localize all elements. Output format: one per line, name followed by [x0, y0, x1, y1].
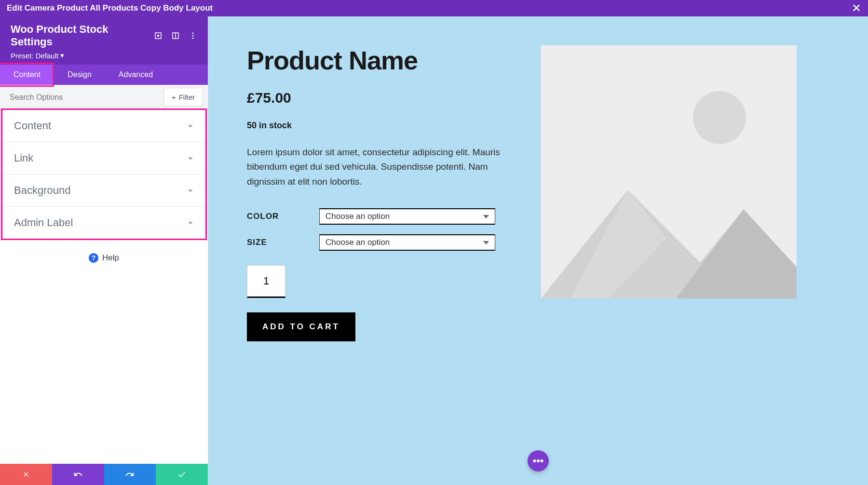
- stock-status: 50 in stock: [247, 121, 512, 131]
- floating-action-button[interactable]: •••: [528, 450, 549, 472]
- dropdown-icon: [483, 215, 489, 218]
- svg-point-1: [158, 35, 159, 37]
- product-image-placeholder: [541, 45, 797, 298]
- section-background[interactable]: Background: [2, 175, 205, 207]
- top-bar: Edit Camera Product All Products Copy Bo…: [0, 0, 868, 16]
- dropdown-icon: [483, 241, 489, 244]
- sections-highlight: Content Link Background Admin Label: [1, 108, 207, 240]
- section-content[interactable]: Content: [2, 110, 205, 142]
- plus-icon: +: [172, 93, 176, 101]
- section-admin-label[interactable]: Admin Label: [2, 207, 205, 239]
- undo-icon: [73, 470, 83, 479]
- product-description: Lorem ipsum dolor sit amet, consectetur …: [247, 145, 512, 189]
- preset-selector[interactable]: Preset: Default ▾: [11, 51, 197, 60]
- bottom-actions: [0, 464, 208, 485]
- chevron-down-icon: [187, 155, 194, 162]
- columns-icon[interactable]: [171, 31, 180, 40]
- cancel-button[interactable]: [0, 464, 52, 485]
- help-link[interactable]: ? Help: [0, 242, 208, 274]
- image-placeholder-icon: [541, 45, 797, 298]
- redo-button[interactable]: [104, 464, 156, 485]
- filter-button[interactable]: + Filter: [163, 88, 203, 107]
- size-label: SIZE: [247, 238, 319, 247]
- help-icon: ?: [89, 253, 98, 263]
- chevron-down-icon: [187, 219, 194, 226]
- settings-sidebar: Woo Product Stock Settings Preset: Defau…: [0, 16, 208, 485]
- tab-advanced[interactable]: Advanced: [105, 65, 166, 85]
- chevron-down-icon: ▾: [60, 51, 64, 60]
- close-icon[interactable]: ✕: [852, 2, 861, 14]
- color-select[interactable]: Choose an option: [319, 208, 495, 225]
- section-link[interactable]: Link: [2, 142, 205, 175]
- product-price: £75.00: [247, 90, 512, 106]
- save-button[interactable]: [156, 464, 208, 485]
- size-select[interactable]: Choose an option: [319, 234, 495, 251]
- color-label: COLOR: [247, 212, 319, 221]
- undo-button[interactable]: [52, 464, 104, 485]
- svg-point-8: [693, 91, 746, 144]
- settings-tabs: Content Design Advanced: [0, 65, 208, 85]
- tab-content[interactable]: Content: [0, 65, 54, 85]
- add-to-cart-button[interactable]: ADD TO CART: [247, 312, 355, 341]
- product-title: Product Name: [247, 45, 512, 75]
- check-icon: [177, 470, 187, 479]
- redo-icon: [125, 470, 135, 479]
- close-icon: [22, 471, 30, 478]
- chevron-down-icon: [187, 122, 194, 129]
- fullscreen-icon[interactable]: [154, 31, 163, 40]
- svg-point-5: [192, 35, 194, 37]
- chevron-down-icon: [187, 187, 194, 194]
- svg-point-4: [192, 32, 194, 34]
- quantity-input[interactable]: 1: [247, 265, 285, 298]
- more-horizontal-icon: •••: [532, 455, 543, 467]
- tab-design[interactable]: Design: [54, 65, 105, 85]
- more-icon[interactable]: [189, 31, 197, 40]
- top-bar-title: Edit Camera Product All Products Copy Bo…: [7, 3, 213, 13]
- svg-point-6: [192, 38, 194, 39]
- preview-canvas: Product Name £75.00 50 in stock Lorem ip…: [208, 16, 868, 485]
- sidebar-title: Woo Product Stock Settings: [11, 23, 145, 48]
- search-input[interactable]: [0, 86, 163, 108]
